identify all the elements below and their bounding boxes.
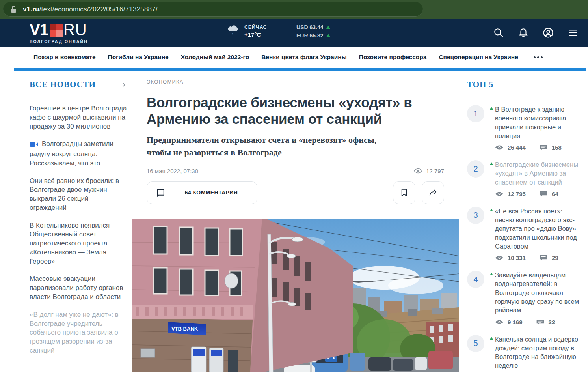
news-list-item[interactable]: Горевшее в центре Волгограда кафе с шаур…: [30, 104, 127, 131]
currency-widget[interactable]: USD 63.44 EUR 65.82: [296, 24, 330, 39]
browser-toolbar: v1.ru/text/economics/2022/05/16/71325887…: [0, 0, 588, 19]
logo-tagline: ВОЛГОГРАД ОНЛАЙН: [30, 39, 88, 44]
news-list-item[interactable]: Они всё равно их бросили: в Волгограде д…: [30, 177, 127, 213]
all-news-header[interactable]: ВСЕ НОВОСТИ: [30, 80, 127, 90]
site-logo[interactable]: V1 RU ВОЛГОГРАД ОНЛАЙН: [30, 22, 88, 44]
news-list-item[interactable]: Волгоградцы заметили радугу вокруг солнц…: [30, 140, 127, 168]
top5-item[interactable]: 1 В Волгограде к зданию военного комисса…: [467, 105, 580, 151]
top5-sidebar: ТОП 5 1 В Волгограде к зданию военного к…: [459, 71, 586, 372]
article-column: ЭКОНОМИКА Волгоградские бизнесмены «уход…: [132, 71, 459, 372]
article-title: Волгоградские бизнесмены «уходят» в Арме…: [147, 94, 444, 127]
eye-icon: [495, 255, 504, 261]
site-header: V1 RU ВОЛГОГРАД ОНЛАЙН СЕЙЧАС +17°C USD …: [0, 19, 588, 47]
top5-header[interactable]: ТОП 5: [467, 80, 580, 90]
top5-item[interactable]: 4 Завидуйте владельцам водонагревателей:…: [467, 271, 580, 325]
nav-item-6[interactable]: Спецоперация на Украине: [439, 54, 518, 61]
share-button[interactable]: [422, 181, 444, 204]
weather-temp: +17°C: [244, 31, 267, 38]
comment-icon: [536, 319, 545, 325]
bookmark-icon: [400, 188, 409, 197]
eye-icon: [495, 319, 504, 325]
rank-badge: 4: [467, 271, 484, 288]
divider: [467, 95, 580, 95]
comment-icon: [539, 191, 548, 197]
eye-icon: [495, 144, 504, 150]
vtb-sign-label: VTB BANK: [171, 326, 198, 332]
search-icon[interactable]: [493, 28, 504, 38]
weather-widget[interactable]: СЕЙЧАС +17°C: [228, 24, 267, 38]
article-subtitle: Предприниматели открывают счета и «перев…: [147, 134, 444, 159]
trending-up-icon: [490, 273, 493, 275]
logo-ru: RU: [63, 22, 87, 37]
lock-icon[interactable]: [11, 6, 16, 13]
all-news-sidebar: ВСЕ НОВОСТИ Горевшее в центре Волгограда…: [14, 71, 132, 372]
eye-icon: [495, 191, 504, 197]
article-photo[interactable]: VTB BANK: [132, 219, 459, 372]
article-category[interactable]: ЭКОНОМИКА: [147, 79, 444, 85]
speech-bubble-icon: [156, 188, 166, 198]
news-list-item[interactable]: В Котельниково появился Общественный сов…: [30, 221, 127, 266]
nav-item-2[interactable]: Погибли на Украине: [108, 54, 169, 61]
cloud-rain-icon: [228, 24, 240, 37]
top5-item[interactable]: 3 «Ее вся Россия поет»: песню волгоградс…: [467, 207, 580, 261]
address-bar[interactable]: v1.ru/text/economics/2022/05/16/71325887…: [3, 2, 423, 17]
trending-up-icon: [490, 107, 493, 110]
item-stats: 9 169 22: [490, 319, 580, 325]
menu-hamburger-icon[interactable]: [568, 28, 578, 38]
news-list-item[interactable]: «В долг нам уже не дают»: в Волгограде у…: [30, 310, 127, 355]
item-stats: 12 795 64: [490, 191, 580, 197]
topics-nav: Пожар в военкомате Погибли на Украине Хо…: [0, 47, 588, 68]
weather-label: СЕЙЧАС: [244, 24, 267, 30]
divider: [30, 95, 127, 95]
nav-item-4[interactable]: Венки цвета флага Украины: [261, 54, 347, 61]
top5-item[interactable]: 5 Капелька солнца и ведерко дождей: смот…: [467, 335, 580, 372]
notifications-bell-icon[interactable]: [518, 28, 528, 38]
item-stats: 26 444 158: [490, 144, 580, 151]
eye-icon: [414, 168, 422, 174]
nav-item-5[interactable]: Позовите профессора: [359, 54, 427, 61]
rank-badge: 3: [467, 207, 484, 224]
trending-up-icon: [490, 337, 493, 340]
chevron-right-icon: [121, 82, 127, 88]
comment-icon: [539, 255, 548, 261]
rank-badge: 5: [467, 335, 484, 352]
comment-icon: [539, 144, 548, 150]
bookmark-button[interactable]: [393, 181, 415, 204]
page-content: ВСЕ НОВОСТИ Горевшее в центре Волгограда…: [14, 68, 586, 372]
rank-badge: 2: [467, 160, 484, 178]
trending-up-icon: [490, 209, 493, 211]
comments-button[interactable]: 64 КОММЕНТАРИЯ: [147, 181, 257, 204]
url-text: v1.ru/text/economics/2022/05/16/71325887…: [23, 6, 158, 13]
nav-item-1[interactable]: Пожар в военкомате: [33, 54, 96, 61]
rank-badge: 1: [467, 105, 484, 122]
top5-item[interactable]: 2 Волгоградские бизнесмены «уходят» в Ар…: [467, 160, 580, 197]
usd-rate: USD 63.44: [296, 24, 323, 30]
trending-up-icon: [490, 162, 493, 165]
nav-more-dots-icon[interactable]: [534, 56, 543, 58]
logo-red-square-icon: [50, 24, 63, 37]
eur-rate: EUR 65.82: [296, 32, 323, 39]
article-views: 12 797: [414, 168, 444, 174]
user-account-icon[interactable]: [543, 28, 553, 38]
article-date: 16 мая 2022, 07:30: [147, 168, 198, 174]
nav-item-3[interactable]: Холодный май 2022-го: [181, 54, 249, 61]
share-icon: [428, 188, 437, 197]
news-list-item[interactable]: Массовые эвакуации парализовали работу о…: [30, 275, 127, 301]
video-camera-icon: [30, 141, 39, 150]
eur-up-icon: [326, 34, 330, 37]
usd-up-icon: [326, 26, 330, 29]
logo-v1: V1: [30, 22, 48, 37]
item-stats: 10 331 29: [490, 254, 580, 261]
